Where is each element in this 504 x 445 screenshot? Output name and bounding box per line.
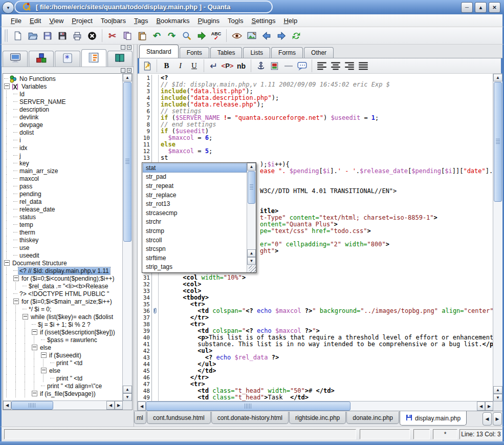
- redo-button[interactable]: ↷: [164, 28, 179, 43]
- completion-item[interactable]: str_rot13: [143, 199, 247, 208]
- back-button[interactable]: [259, 28, 274, 43]
- code-line[interactable]: 31 <col width="10%">: [138, 274, 493, 281]
- file-tab-ml[interactable]: ml: [134, 412, 146, 424]
- tree-item[interactable]: i: [4, 136, 122, 144]
- completion-item[interactable]: strftime: [143, 253, 247, 263]
- icon-border[interactable]: [152, 308, 159, 314]
- tree-item[interactable]: devpage: [4, 121, 122, 129]
- code-line[interactable]: 35 <tr>: [138, 301, 493, 308]
- tree-expander[interactable]: [13, 276, 19, 281]
- tree-expander[interactable]: [32, 391, 37, 396]
- icon-border[interactable]: [152, 368, 159, 374]
- icon-border[interactable]: [152, 334, 159, 341]
- tab-lists[interactable]: Lists: [243, 47, 270, 58]
- completion-item[interactable]: str_replace: [143, 190, 247, 200]
- code-line[interactable]: 13st: [138, 155, 493, 161]
- tab-other[interactable]: Other: [304, 47, 334, 58]
- icon-border[interactable]: [152, 341, 159, 348]
- tree-item[interactable]: for ($i=0;$i<count($pending);$i++): [4, 274, 122, 282]
- tree-vscroll-thumb[interactable]: [123, 82, 132, 242]
- tree-item[interactable]: temp: [4, 221, 122, 228]
- icon-border[interactable]: [152, 314, 159, 321]
- tree-expander[interactable]: [41, 352, 47, 358]
- scroll-down-icon[interactable]: ▼: [493, 394, 502, 401]
- scroll-up-icon[interactable]: ▲: [247, 163, 256, 171]
- editor-hscrollbar[interactable]: ◀ ◀ ▶: [138, 401, 493, 411]
- tree-item[interactable]: if (isset($description[$key])): [4, 328, 122, 336]
- icon-border[interactable]: [152, 128, 159, 135]
- code-line[interactable]: 42 <ul>: [138, 348, 493, 354]
- completion-item[interactable]: strip_tags: [143, 263, 247, 272]
- tree-expander[interactable]: [4, 83, 10, 89]
- hrule-button[interactable]: [281, 59, 295, 73]
- image-button[interactable]: [268, 59, 281, 73]
- documentation-tab[interactable]: [107, 51, 133, 67]
- file-tab-rightside.inc.php[interactable]: rightside.inc.php: [289, 412, 346, 424]
- structure-tab[interactable]: [81, 49, 106, 67]
- file-tab-display.main.php[interactable]: display.main.php: [400, 411, 467, 426]
- code-line[interactable]: 8// end settings: [138, 121, 493, 128]
- dock-float-icon[interactable]: [121, 68, 125, 73]
- external-preview-button[interactable]: [244, 28, 259, 43]
- tree-item[interactable]: rel_data: [4, 198, 122, 205]
- menu-project[interactable]: Project: [68, 16, 96, 26]
- stop-button[interactable]: [84, 28, 99, 43]
- print-button[interactable]: [70, 28, 84, 43]
- icon-border[interactable]: [152, 121, 159, 128]
- scroll-up-icon[interactable]: ▲: [123, 74, 132, 81]
- save-all-button[interactable]: [55, 28, 70, 43]
- nbsp-button[interactable]: nb: [234, 59, 248, 73]
- code-line[interactable]: 10 $maxcol = 6;: [138, 135, 493, 141]
- quickstart-button[interactable]: [140, 59, 154, 73]
- icon-border[interactable]: [152, 281, 159, 288]
- open-folder-button[interactable]: [25, 28, 40, 43]
- tree-item[interactable]: if ($useedit): [4, 351, 122, 359]
- tree-item[interactable]: print " <td align=\"ce: [4, 382, 122, 390]
- line-break-button[interactable]: ↵: [207, 59, 221, 73]
- comment-button[interactable]: [295, 59, 309, 73]
- tree-item[interactable]: else: [4, 367, 122, 374]
- menu-settings[interactable]: Settings: [247, 16, 279, 26]
- file-tab-donate.inc.php[interactable]: donate.inc.php: [346, 412, 399, 424]
- tab-forms[interactable]: Forms: [271, 47, 303, 58]
- tree-item[interactable]: status: [4, 213, 122, 221]
- icon-border[interactable]: [152, 361, 159, 368]
- popup-resize-grip[interactable]: [249, 265, 256, 272]
- code-line[interactable]: 41 substance. This list is in no way int…: [138, 341, 493, 348]
- popup-scroll-thumb[interactable]: [248, 171, 255, 204]
- tab-standard[interactable]: Standard: [139, 45, 179, 58]
- completion-item[interactable]: strchr: [143, 218, 247, 227]
- toolbar-handle[interactable]: [5, 29, 8, 42]
- reload-button[interactable]: [289, 28, 303, 43]
- scroll-left-icon[interactable]: ◀: [477, 401, 485, 411]
- completion-item[interactable]: stat: [143, 163, 247, 173]
- scroll-left-icon[interactable]: ◀: [3, 401, 11, 410]
- code-line[interactable]: 43 <? echo $rel_data ?>: [138, 354, 493, 361]
- code-line[interactable]: 39 <td colspan="<? echo $maxcol ?>">: [138, 328, 493, 334]
- tree-expander[interactable]: [41, 368, 47, 373]
- tree-item[interactable]: idx: [4, 144, 122, 152]
- code-line[interactable]: 40 <p>This list is of tasks that require…: [138, 334, 493, 341]
- code-line[interactable]: 47 <tr>: [138, 381, 493, 388]
- tree-item[interactable]: thiskey: [4, 236, 122, 244]
- tree-item[interactable]: j: [4, 152, 122, 159]
- cut-button[interactable]: ✂: [105, 28, 120, 43]
- code-line[interactable]: 1<?: [138, 75, 493, 81]
- scroll-left-icon[interactable]: ◀: [106, 401, 115, 410]
- tree-item[interactable]: if (is_file($devpage)): [4, 390, 122, 397]
- popup-scrollbar[interactable]: ▲ ▲ ▼: [247, 163, 256, 272]
- underline-button[interactable]: U: [187, 59, 201, 73]
- tree-hscroll-track[interactable]: [53, 401, 106, 410]
- tree-expander[interactable]: [32, 345, 37, 350]
- tree-item[interactable]: description: [4, 105, 122, 113]
- tree-item[interactable]: for ($i=0;$i<$main_arr_size;$i++): [4, 298, 122, 305]
- completion-item[interactable]: strcspn: [143, 244, 247, 253]
- tree-item[interactable]: print " <td: [4, 359, 122, 367]
- anchor-button[interactable]: [254, 59, 268, 73]
- tree-item[interactable]: useedit: [4, 251, 122, 259]
- close-button[interactable]: ✕: [489, 2, 500, 13]
- tree-expander[interactable]: [4, 260, 10, 266]
- tree-item[interactable]: $j = $i + 1; $i % 2 ?: [4, 321, 122, 328]
- paste-button[interactable]: [135, 28, 149, 43]
- icon-border[interactable]: [152, 328, 159, 334]
